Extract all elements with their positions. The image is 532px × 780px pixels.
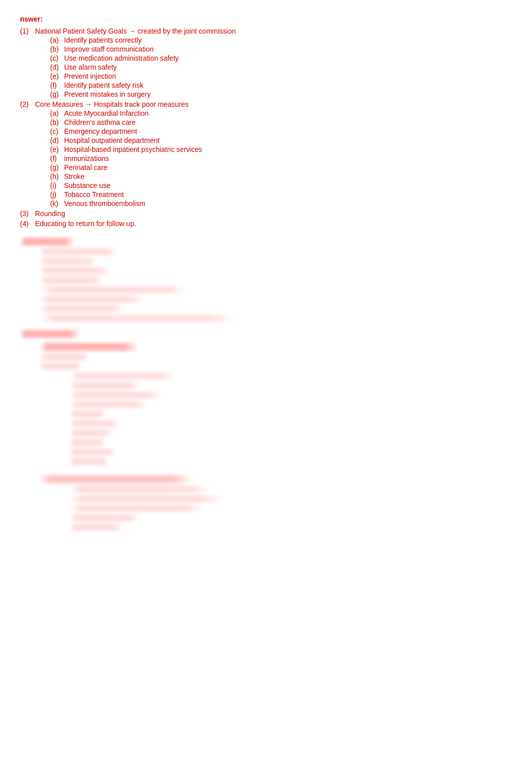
- list-item-4: (4) Educating to return for follow up.: [20, 220, 512, 228]
- item-1-text: National Patient Safety Goals → created …: [35, 27, 236, 35]
- text-2d: Hospital outpatient department: [64, 136, 160, 144]
- text-2a: Acute Myocardial Infarction: [64, 109, 149, 117]
- text-2e: Hospital-based inpatient psychiatric ser…: [64, 145, 202, 153]
- text-2g: Perinatal care: [64, 163, 107, 171]
- subitem-2g: (g) Perinatal care: [50, 163, 512, 171]
- text-2c: Emergency department: [64, 127, 137, 135]
- item-3-text: Rounding: [35, 210, 65, 218]
- text-2k: Venous thromboembolism: [64, 200, 145, 208]
- text-2i: Substance use: [64, 181, 111, 189]
- item-4-text: Educating to return for follow up.: [35, 220, 136, 228]
- letter-2d: (d): [50, 136, 61, 144]
- text-1b: Improve staff communication: [64, 45, 154, 53]
- letter-2f: (f): [50, 154, 61, 162]
- blurred-block-3: [20, 343, 512, 465]
- item-4-number: (4): [20, 220, 32, 228]
- subitem-1f: (f) Identify patient safety risk: [50, 81, 512, 89]
- subitem-2c: (c) Emergency department: [50, 127, 512, 135]
- subitem-2d: (d) Hospital outpatient department: [50, 136, 512, 144]
- text-1e: Prevent injection: [64, 72, 116, 80]
- letter-2g: (g): [50, 163, 61, 171]
- subitem-1d: (d) Use alarm safety: [50, 63, 512, 71]
- blurred-block-4: [20, 475, 512, 531]
- text-1d: Use alarm safety: [64, 63, 117, 71]
- list-item-2: (2) Core Measures → Hospitals track poor…: [20, 100, 512, 208]
- text-1a: Identify patients correctly: [64, 36, 142, 44]
- sublist-1: (a) Identify patients correctly (b) Impr…: [50, 36, 512, 98]
- letter-2a: (a): [50, 109, 61, 117]
- letter-2j: (j): [50, 190, 61, 199]
- list-item-1: (1) National Patient Safety Goals → crea…: [20, 27, 512, 98]
- subitem-2b: (b) Children's asthma care: [50, 118, 512, 126]
- text-2f: immunizations: [64, 154, 109, 162]
- letter-1c: (c): [50, 54, 61, 62]
- letter-2k: (k): [50, 200, 61, 208]
- item-2-text: Core Measures → Hospitals track poor mea…: [35, 100, 189, 108]
- subitem-2h: (h) Stroke: [50, 172, 512, 180]
- list-item-3: (3) Rounding: [20, 210, 512, 218]
- blurred-content: [20, 238, 512, 531]
- letter-2i: (i): [50, 181, 61, 189]
- answer-label: nswer:: [20, 15, 512, 23]
- subitem-2e: (e) Hospital-based inpatient psychiatric…: [50, 145, 512, 153]
- text-1g: Prevent mistakes in surgery: [64, 90, 151, 98]
- subitem-2i: (i) Substance use: [50, 181, 512, 189]
- letter-2c: (c): [50, 127, 61, 135]
- subitem-1e: (e) Prevent injection: [50, 72, 512, 80]
- subitem-2j: (j) Tobacco Treatment: [50, 190, 512, 199]
- subitem-2k: (k) Venous thromboembolism: [50, 200, 512, 208]
- text-1f: Identify patient safety risk: [64, 81, 143, 89]
- text-1c: Use medication administration safety: [64, 54, 179, 62]
- answer-section: nswer: (1) National Patient Safety Goals…: [20, 15, 512, 228]
- main-list: (1) National Patient Safety Goals → crea…: [20, 27, 512, 228]
- text-2h: Stroke: [64, 172, 84, 180]
- letter-2h: (h): [50, 172, 61, 180]
- item-2-number: (2): [20, 100, 32, 108]
- text-2b: Children's asthma care: [64, 118, 136, 126]
- blurred-block-2: [20, 330, 512, 338]
- letter-1d: (d): [50, 63, 61, 71]
- letter-1f: (f): [50, 81, 61, 89]
- subitem-1g: (g) Prevent mistakes in surgery: [50, 90, 512, 98]
- item-1-number: (1): [20, 27, 32, 35]
- letter-1b: (b): [50, 45, 61, 53]
- subitem-1c: (c) Use medication administration safety: [50, 54, 512, 62]
- letter-2e: (e): [50, 145, 61, 153]
- subitem-1a: (a) Identify patients correctly: [50, 36, 512, 44]
- sublist-2: (a) Acute Myocardial Infarction (b) Chil…: [50, 109, 512, 208]
- letter-1g: (g): [50, 90, 61, 98]
- subitem-2f: (f) immunizations: [50, 154, 512, 162]
- item-3-number: (3): [20, 210, 32, 218]
- blurred-block-1: [20, 238, 512, 322]
- subitem-1b: (b) Improve staff communication: [50, 45, 512, 53]
- text-2j: Tobacco Treatment: [64, 190, 124, 199]
- letter-2b: (b): [50, 118, 61, 126]
- letter-1a: (a): [50, 36, 61, 44]
- letter-1e: (e): [50, 72, 61, 80]
- subitem-2a: (a) Acute Myocardial Infarction: [50, 109, 512, 117]
